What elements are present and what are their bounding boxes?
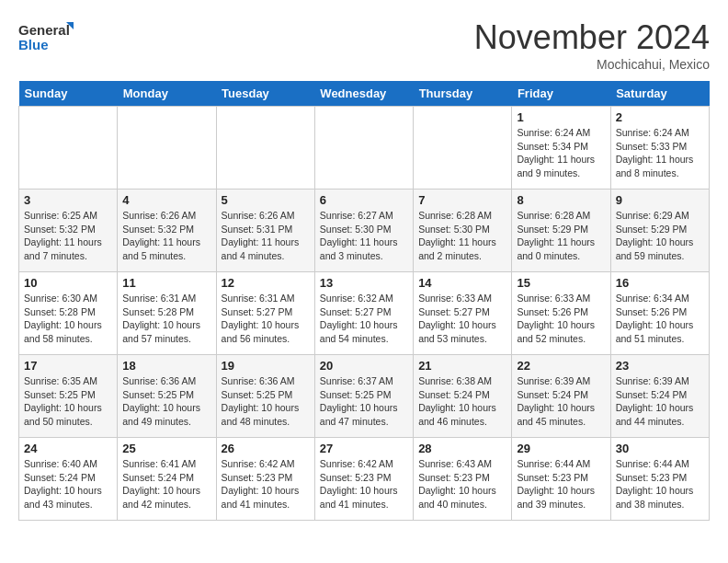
svg-text:Blue: Blue (18, 37, 49, 52)
calendar-cell: 5Sunrise: 6:26 AMSunset: 5:31 PMDaylight… (216, 190, 314, 272)
calendar-week-1: 1Sunrise: 6:24 AMSunset: 5:34 PMDaylight… (19, 107, 710, 190)
day-number: 29 (517, 442, 605, 455)
weekday-header-wednesday: Wednesday (314, 81, 413, 107)
logo-svg: General Blue (18, 18, 74, 60)
weekday-header-row: SundayMondayTuesdayWednesdayThursdayFrid… (19, 81, 710, 107)
day-info: Sunrise: 6:42 AMSunset: 5:23 PMDaylight:… (320, 457, 408, 511)
day-number: 12 (222, 276, 310, 290)
day-info: Sunrise: 6:25 AMSunset: 5:32 PMDaylight:… (24, 209, 112, 263)
day-info: Sunrise: 6:39 AMSunset: 5:24 PMDaylight:… (616, 374, 704, 429)
calendar-cell: 9Sunrise: 6:29 AMSunset: 5:29 PMDaylight… (610, 190, 709, 272)
day-info: Sunrise: 6:37 AMSunset: 5:25 PMDaylight:… (320, 374, 408, 429)
day-number: 11 (122, 276, 210, 290)
day-number: 1 (517, 110, 605, 124)
day-info: Sunrise: 6:28 AMSunset: 5:30 PMDaylight:… (418, 209, 506, 263)
calendar-week-3: 10Sunrise: 6:30 AMSunset: 5:28 PMDayligh… (19, 272, 710, 355)
svg-text:General: General (18, 22, 70, 38)
day-number: 13 (320, 276, 408, 290)
day-number: 4 (122, 193, 210, 207)
weekday-header-tuesday: Tuesday (216, 81, 314, 107)
calendar-cell (118, 107, 216, 190)
day-number: 18 (122, 359, 210, 373)
calendar-week-4: 17Sunrise: 6:35 AMSunset: 5:25 PMDayligh… (19, 355, 710, 438)
day-number: 19 (222, 359, 310, 373)
calendar-cell: 21Sunrise: 6:38 AMSunset: 5:24 PMDayligh… (414, 355, 512, 438)
day-info: Sunrise: 6:43 AMSunset: 5:23 PMDaylight:… (418, 457, 506, 511)
calendar-cell: 29Sunrise: 6:44 AMSunset: 5:23 PMDayligh… (512, 438, 610, 521)
weekday-header-saturday: Saturday (610, 81, 709, 107)
calendar-week-5: 24Sunrise: 6:40 AMSunset: 5:24 PMDayligh… (19, 438, 710, 521)
calendar-cell: 20Sunrise: 6:37 AMSunset: 5:25 PMDayligh… (314, 355, 413, 438)
calendar-cell: 30Sunrise: 6:44 AMSunset: 5:23 PMDayligh… (610, 438, 709, 521)
calendar-cell: 13Sunrise: 6:32 AMSunset: 5:27 PMDayligh… (314, 272, 413, 355)
day-number: 8 (517, 193, 605, 207)
day-number: 23 (616, 359, 704, 373)
logo: General Blue (18, 18, 74, 60)
day-info: Sunrise: 6:31 AMSunset: 5:27 PMDaylight:… (222, 292, 310, 346)
location: Mochicahui, Mexico (474, 57, 710, 72)
day-number: 25 (122, 442, 210, 455)
day-number: 24 (24, 442, 112, 455)
day-info: Sunrise: 6:27 AMSunset: 5:30 PMDaylight:… (320, 209, 408, 263)
calendar-cell: 22Sunrise: 6:39 AMSunset: 5:24 PMDayligh… (512, 355, 610, 438)
day-number: 22 (517, 359, 605, 373)
calendar-cell: 18Sunrise: 6:36 AMSunset: 5:25 PMDayligh… (118, 355, 216, 438)
calendar-cell (216, 107, 314, 190)
month-title: November 2024 (474, 18, 710, 57)
day-info: Sunrise: 6:33 AMSunset: 5:27 PMDaylight:… (418, 292, 506, 346)
calendar-cell: 2Sunrise: 6:24 AMSunset: 5:33 PMDaylight… (610, 107, 709, 190)
day-number: 15 (517, 276, 605, 290)
calendar-cell: 3Sunrise: 6:25 AMSunset: 5:32 PMDaylight… (19, 190, 118, 272)
calendar-cell: 11Sunrise: 6:31 AMSunset: 5:28 PMDayligh… (118, 272, 216, 355)
calendar-cell: 24Sunrise: 6:40 AMSunset: 5:24 PMDayligh… (19, 438, 118, 521)
calendar-cell (414, 107, 512, 190)
calendar-cell: 7Sunrise: 6:28 AMSunset: 5:30 PMDaylight… (414, 190, 512, 272)
calendar-cell: 23Sunrise: 6:39 AMSunset: 5:24 PMDayligh… (610, 355, 709, 438)
day-info: Sunrise: 6:38 AMSunset: 5:24 PMDaylight:… (418, 374, 506, 429)
day-number: 2 (616, 110, 704, 124)
day-number: 16 (616, 276, 704, 290)
calendar-cell: 16Sunrise: 6:34 AMSunset: 5:26 PMDayligh… (610, 272, 709, 355)
day-number: 20 (320, 359, 408, 373)
title-section: November 2024 Mochicahui, Mexico (474, 18, 710, 72)
calendar-cell: 1Sunrise: 6:24 AMSunset: 5:34 PMDaylight… (512, 107, 610, 190)
day-number: 14 (418, 276, 506, 290)
day-info: Sunrise: 6:26 AMSunset: 5:31 PMDaylight:… (222, 209, 310, 263)
day-info: Sunrise: 6:24 AMSunset: 5:34 PMDaylight:… (517, 126, 605, 180)
day-number: 3 (24, 193, 112, 207)
day-info: Sunrise: 6:41 AMSunset: 5:24 PMDaylight:… (122, 457, 210, 511)
calendar-week-2: 3Sunrise: 6:25 AMSunset: 5:32 PMDaylight… (19, 190, 710, 272)
day-number: 6 (320, 193, 408, 207)
calendar-cell: 27Sunrise: 6:42 AMSunset: 5:23 PMDayligh… (314, 438, 413, 521)
calendar-cell: 15Sunrise: 6:33 AMSunset: 5:26 PMDayligh… (512, 272, 610, 355)
calendar-cell: 10Sunrise: 6:30 AMSunset: 5:28 PMDayligh… (19, 272, 118, 355)
calendar-cell: 14Sunrise: 6:33 AMSunset: 5:27 PMDayligh… (414, 272, 512, 355)
weekday-header-sunday: Sunday (19, 81, 118, 107)
calendar-cell (314, 107, 413, 190)
calendar-cell: 26Sunrise: 6:42 AMSunset: 5:23 PMDayligh… (216, 438, 314, 521)
day-number: 26 (222, 442, 310, 455)
day-info: Sunrise: 6:40 AMSunset: 5:24 PMDaylight:… (24, 457, 112, 511)
day-info: Sunrise: 6:24 AMSunset: 5:33 PMDaylight:… (616, 126, 704, 180)
calendar-cell: 19Sunrise: 6:36 AMSunset: 5:25 PMDayligh… (216, 355, 314, 438)
calendar-cell: 12Sunrise: 6:31 AMSunset: 5:27 PMDayligh… (216, 272, 314, 355)
day-number: 21 (418, 359, 506, 373)
day-number: 9 (616, 193, 704, 207)
day-number: 27 (320, 442, 408, 455)
day-info: Sunrise: 6:34 AMSunset: 5:26 PMDaylight:… (616, 292, 704, 346)
day-info: Sunrise: 6:31 AMSunset: 5:28 PMDaylight:… (122, 292, 210, 346)
day-info: Sunrise: 6:32 AMSunset: 5:27 PMDaylight:… (320, 292, 408, 346)
weekday-header-monday: Monday (118, 81, 216, 107)
header: General Blue November 2024 Mochicahui, M… (18, 18, 710, 72)
calendar-table: SundayMondayTuesdayWednesdayThursdayFrid… (18, 81, 710, 521)
day-info: Sunrise: 6:44 AMSunset: 5:23 PMDaylight:… (616, 457, 704, 511)
weekday-header-friday: Friday (512, 81, 610, 107)
day-info: Sunrise: 6:35 AMSunset: 5:25 PMDaylight:… (24, 374, 112, 429)
day-number: 7 (418, 193, 506, 207)
day-info: Sunrise: 6:28 AMSunset: 5:29 PMDaylight:… (517, 209, 605, 263)
calendar-cell: 28Sunrise: 6:43 AMSunset: 5:23 PMDayligh… (414, 438, 512, 521)
day-info: Sunrise: 6:42 AMSunset: 5:23 PMDaylight:… (222, 457, 310, 511)
day-number: 5 (222, 193, 310, 207)
day-info: Sunrise: 6:30 AMSunset: 5:28 PMDaylight:… (24, 292, 112, 346)
calendar-cell: 8Sunrise: 6:28 AMSunset: 5:29 PMDaylight… (512, 190, 610, 272)
